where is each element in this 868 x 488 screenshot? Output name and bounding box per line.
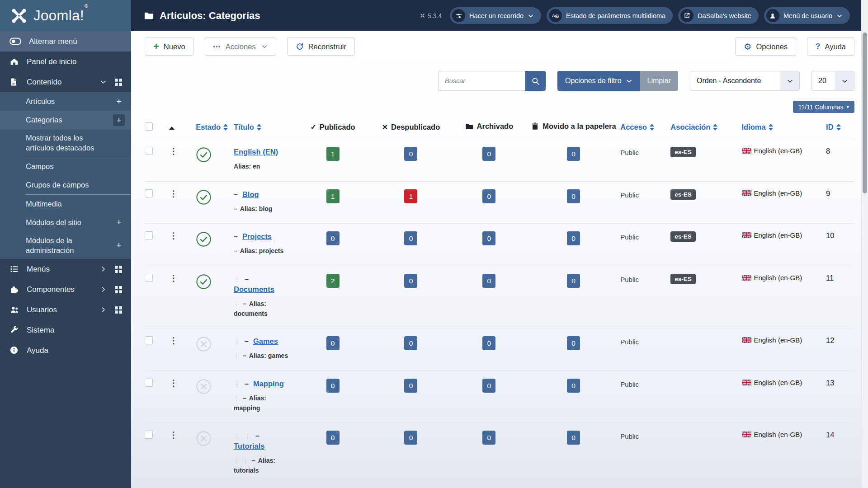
grid-icon[interactable] bbox=[115, 286, 122, 293]
sort-header-idioma[interactable]: Idioma bbox=[742, 123, 773, 131]
row-checkbox[interactable] bbox=[145, 379, 153, 387]
category-title-link[interactable]: Tutorials bbox=[234, 441, 264, 452]
category-title-link[interactable]: Games bbox=[253, 336, 278, 347]
sidebar-item-modulos-del-sitio[interactable]: Módulos del sitio + bbox=[0, 213, 131, 232]
status-unpublished-icon[interactable] bbox=[196, 336, 212, 352]
sort-header-id[interactable]: ID bbox=[826, 123, 841, 131]
sidebar-item-usuarios[interactable]: Usuarios bbox=[0, 300, 131, 320]
select-all-checkbox[interactable] bbox=[145, 122, 153, 131]
status-published-icon[interactable] bbox=[196, 147, 212, 163]
add-icon[interactable]: + bbox=[113, 216, 125, 228]
status-unpublished-icon[interactable] bbox=[196, 379, 212, 394]
count-badge-trash[interactable]: 0 bbox=[567, 231, 580, 245]
website-link[interactable]: DaSalba's website bbox=[678, 7, 759, 24]
tour-button[interactable]: Hacer un recorrido bbox=[450, 7, 541, 24]
count-badge-trash[interactable]: 0 bbox=[567, 379, 580, 393]
filter-options-button[interactable]: Opciones de filtro bbox=[557, 71, 640, 91]
count-badge-arch[interactable]: 0 bbox=[482, 379, 495, 393]
count-badge-unpub[interactable]: 0 bbox=[404, 231, 417, 245]
sort-header-asociacion[interactable]: Asociación bbox=[670, 123, 717, 131]
count-badge-trash[interactable]: 0 bbox=[567, 189, 580, 203]
category-title-link[interactable]: Documents bbox=[234, 284, 274, 295]
count-badge-arch[interactable]: 0 bbox=[482, 231, 495, 245]
count-badge-arch[interactable]: 0 bbox=[482, 274, 495, 288]
sidebar-item-multimedia[interactable]: Multimedia bbox=[0, 195, 131, 213]
drag-handle-icon[interactable]: ⋮ bbox=[169, 189, 178, 198]
count-badge-pub[interactable]: 0 bbox=[326, 336, 340, 350]
per-page-select[interactable]: 20 bbox=[811, 71, 854, 91]
drag-handle-icon[interactable]: ⋮ bbox=[169, 231, 178, 240]
sidebar-item-campos[interactable]: Campos bbox=[0, 157, 131, 176]
drag-handle-icon[interactable]: ⋮ bbox=[169, 378, 178, 388]
ordering-sort-header[interactable] bbox=[169, 127, 175, 130]
sidebar-item-grupos-de-campos[interactable]: Grupos de campos bbox=[0, 176, 131, 194]
scrollbar-thumb[interactable] bbox=[863, 33, 867, 193]
row-checkbox[interactable] bbox=[145, 274, 153, 282]
count-badge-arch[interactable]: 0 bbox=[482, 431, 495, 445]
count-badge-pub[interactable]: 1 bbox=[326, 189, 340, 203]
sidebar-item-categorias[interactable]: Categorías + bbox=[0, 111, 131, 129]
columns-toggle-button[interactable]: 11/11 Columnas ▾ bbox=[793, 101, 854, 113]
count-badge-arch[interactable]: 0 bbox=[482, 189, 495, 203]
drag-handle-icon[interactable]: ⋮ bbox=[169, 146, 178, 156]
row-checkbox[interactable] bbox=[145, 231, 153, 239]
new-button[interactable]: + Nuevo bbox=[145, 38, 194, 56]
scrollbar[interactable] bbox=[861, 0, 868, 488]
status-published-icon[interactable] bbox=[196, 231, 212, 247]
count-badge-pub[interactable]: 0 bbox=[326, 431, 340, 445]
drag-handle-icon[interactable]: ⋮ bbox=[169, 336, 178, 345]
count-badge-trash[interactable]: 0 bbox=[567, 274, 580, 288]
sidebar-item-mostrar-todos-los-articulos-destacados[interactable]: Mostrar todos los artículos destacados bbox=[0, 129, 131, 157]
rebuild-button[interactable]: Reconstruir bbox=[287, 38, 355, 56]
sidebar-item-componentes[interactable]: Componentes bbox=[0, 279, 131, 300]
row-checkbox[interactable] bbox=[145, 147, 153, 155]
sidebar-item-ayuda[interactable]: Ayuda bbox=[0, 340, 131, 361]
count-badge-unpub[interactable]: 0 bbox=[404, 379, 417, 393]
add-icon[interactable]: + bbox=[113, 114, 125, 126]
sidebar-item-modulos-de-la-administracion[interactable]: Módulos de la administración + bbox=[0, 232, 131, 259]
search-input[interactable] bbox=[438, 71, 525, 91]
count-badge-unpub[interactable]: 0 bbox=[404, 431, 417, 445]
clear-button[interactable]: Limpiar bbox=[640, 71, 678, 91]
toggle-menu-button[interactable]: Alternar menú bbox=[0, 31, 131, 52]
sort-header-titulo[interactable]: Título bbox=[234, 123, 261, 131]
actions-button[interactable]: ••• Acciones bbox=[205, 38, 276, 56]
multilanguage-status-button[interactable]: A 文 Estado de parámetros multiidioma bbox=[547, 7, 673, 24]
row-checkbox[interactable] bbox=[145, 189, 153, 197]
add-icon[interactable]: + bbox=[113, 239, 125, 251]
category-title-link[interactable]: Blog bbox=[242, 189, 259, 200]
sidebar-item-panel-de-inicio[interactable]: Panel de inicio bbox=[0, 52, 131, 72]
count-badge-trash[interactable]: 0 bbox=[567, 147, 580, 161]
status-published-icon[interactable] bbox=[196, 274, 212, 290]
category-title-link[interactable]: Projects bbox=[242, 231, 272, 242]
count-badge-arch[interactable]: 0 bbox=[482, 336, 495, 350]
joomla-logo[interactable]: Joomla!® bbox=[0, 0, 131, 31]
user-menu-button[interactable]: Menú de usuario bbox=[764, 7, 850, 24]
count-badge-trash[interactable]: 0 bbox=[567, 336, 580, 350]
count-badge-unpub[interactable]: 0 bbox=[404, 274, 417, 288]
sort-select[interactable]: Orden - Ascendente bbox=[690, 71, 800, 91]
help-button[interactable]: ? Ayuda bbox=[807, 38, 854, 56]
category-title-link[interactable]: English (EN) bbox=[234, 147, 278, 158]
sort-header-acceso[interactable]: Acceso bbox=[620, 123, 654, 131]
count-badge-pub[interactable]: 0 bbox=[326, 231, 340, 245]
count-badge-unpub[interactable]: 1 bbox=[404, 189, 417, 203]
sidebar-item-contenido[interactable]: Contenido bbox=[0, 72, 131, 92]
count-badge-pub[interactable]: 0 bbox=[326, 379, 340, 393]
grid-icon[interactable] bbox=[115, 266, 122, 273]
count-badge-arch[interactable]: 0 bbox=[482, 147, 495, 161]
grid-icon[interactable] bbox=[115, 306, 122, 314]
drag-handle-icon[interactable]: ⋮ bbox=[169, 273, 178, 283]
drag-handle-icon[interactable]: ⋮ bbox=[169, 430, 178, 440]
count-badge-trash[interactable]: 0 bbox=[567, 431, 580, 445]
options-button[interactable]: ⚙ Opciones bbox=[735, 38, 796, 56]
category-title-link[interactable]: Mapping bbox=[253, 379, 284, 389]
status-unpublished-icon[interactable] bbox=[196, 431, 212, 446]
count-badge-unpub[interactable]: 0 bbox=[404, 336, 417, 350]
grid-icon[interactable] bbox=[115, 79, 122, 86]
count-badge-unpub[interactable]: 0 bbox=[404, 147, 417, 161]
sort-header-estado[interactable]: Estado bbox=[196, 123, 228, 131]
status-published-icon[interactable] bbox=[196, 189, 212, 205]
row-checkbox[interactable] bbox=[145, 336, 153, 344]
sidebar-item-articulos[interactable]: Artículos + bbox=[0, 92, 131, 111]
